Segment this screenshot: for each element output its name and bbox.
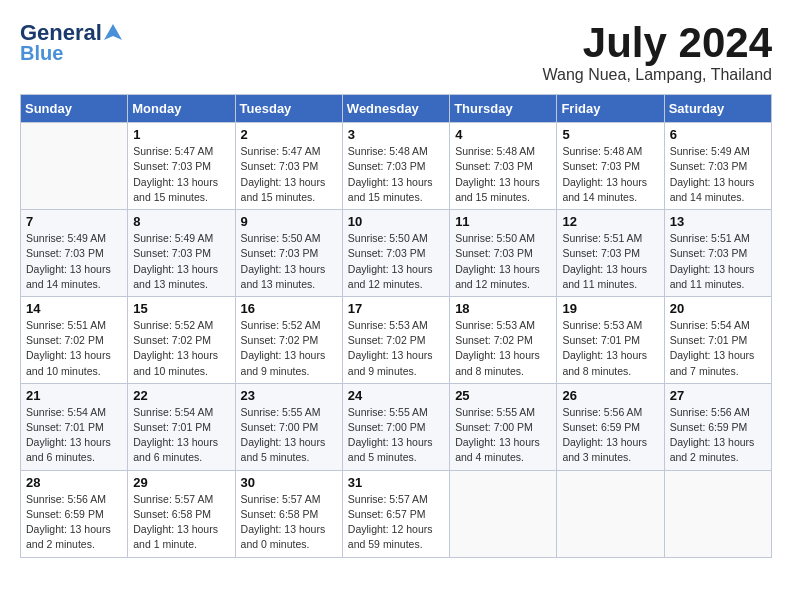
calendar-day-cell: 19Sunrise: 5:53 AM Sunset: 7:01 PM Dayli…: [557, 296, 664, 383]
calendar-day-cell: 30Sunrise: 5:57 AM Sunset: 6:58 PM Dayli…: [235, 470, 342, 557]
day-info: Sunrise: 5:57 AM Sunset: 6:57 PM Dayligh…: [348, 492, 444, 553]
day-info: Sunrise: 5:48 AM Sunset: 7:03 PM Dayligh…: [455, 144, 551, 205]
calendar-day-cell: 29Sunrise: 5:57 AM Sunset: 6:58 PM Dayli…: [128, 470, 235, 557]
day-info: Sunrise: 5:57 AM Sunset: 6:58 PM Dayligh…: [133, 492, 229, 553]
day-number: 27: [670, 388, 766, 403]
day-number: 16: [241, 301, 337, 316]
day-number: 21: [26, 388, 122, 403]
calendar-day-cell: 16Sunrise: 5:52 AM Sunset: 7:02 PM Dayli…: [235, 296, 342, 383]
day-info: Sunrise: 5:53 AM Sunset: 7:02 PM Dayligh…: [348, 318, 444, 379]
day-number: 15: [133, 301, 229, 316]
day-info: Sunrise: 5:56 AM Sunset: 6:59 PM Dayligh…: [26, 492, 122, 553]
logo-bird-icon: [104, 22, 122, 44]
day-number: 13: [670, 214, 766, 229]
day-info: Sunrise: 5:56 AM Sunset: 6:59 PM Dayligh…: [670, 405, 766, 466]
day-info: Sunrise: 5:50 AM Sunset: 7:03 PM Dayligh…: [455, 231, 551, 292]
calendar-week-row: 7Sunrise: 5:49 AM Sunset: 7:03 PM Daylig…: [21, 210, 772, 297]
calendar-day-cell: 28Sunrise: 5:56 AM Sunset: 6:59 PM Dayli…: [21, 470, 128, 557]
calendar-day-cell: 9Sunrise: 5:50 AM Sunset: 7:03 PM Daylig…: [235, 210, 342, 297]
day-info: Sunrise: 5:51 AM Sunset: 7:03 PM Dayligh…: [670, 231, 766, 292]
day-number: 29: [133, 475, 229, 490]
day-number: 19: [562, 301, 658, 316]
day-number: 7: [26, 214, 122, 229]
calendar-day-cell: [450, 470, 557, 557]
day-number: 10: [348, 214, 444, 229]
day-number: 11: [455, 214, 551, 229]
calendar-day-cell: 22Sunrise: 5:54 AM Sunset: 7:01 PM Dayli…: [128, 383, 235, 470]
day-number: 20: [670, 301, 766, 316]
day-info: Sunrise: 5:54 AM Sunset: 7:01 PM Dayligh…: [670, 318, 766, 379]
day-number: 5: [562, 127, 658, 142]
day-info: Sunrise: 5:49 AM Sunset: 7:03 PM Dayligh…: [26, 231, 122, 292]
day-number: 3: [348, 127, 444, 142]
day-number: 12: [562, 214, 658, 229]
calendar-day-cell: 14Sunrise: 5:51 AM Sunset: 7:02 PM Dayli…: [21, 296, 128, 383]
day-number: 30: [241, 475, 337, 490]
calendar-day-header: Tuesday: [235, 95, 342, 123]
calendar-week-row: 21Sunrise: 5:54 AM Sunset: 7:01 PM Dayli…: [21, 383, 772, 470]
day-number: 17: [348, 301, 444, 316]
day-info: Sunrise: 5:54 AM Sunset: 7:01 PM Dayligh…: [133, 405, 229, 466]
day-info: Sunrise: 5:52 AM Sunset: 7:02 PM Dayligh…: [241, 318, 337, 379]
calendar-day-header: Monday: [128, 95, 235, 123]
calendar-day-cell: [21, 123, 128, 210]
day-info: Sunrise: 5:56 AM Sunset: 6:59 PM Dayligh…: [562, 405, 658, 466]
day-info: Sunrise: 5:49 AM Sunset: 7:03 PM Dayligh…: [670, 144, 766, 205]
calendar-day-header: Thursday: [450, 95, 557, 123]
calendar-day-cell: 5Sunrise: 5:48 AM Sunset: 7:03 PM Daylig…: [557, 123, 664, 210]
calendar-day-cell: 15Sunrise: 5:52 AM Sunset: 7:02 PM Dayli…: [128, 296, 235, 383]
day-number: 28: [26, 475, 122, 490]
calendar-day-cell: 24Sunrise: 5:55 AM Sunset: 7:00 PM Dayli…: [342, 383, 449, 470]
day-number: 18: [455, 301, 551, 316]
day-info: Sunrise: 5:57 AM Sunset: 6:58 PM Dayligh…: [241, 492, 337, 553]
calendar-day-cell: 21Sunrise: 5:54 AM Sunset: 7:01 PM Dayli…: [21, 383, 128, 470]
day-number: 31: [348, 475, 444, 490]
calendar-week-row: 1Sunrise: 5:47 AM Sunset: 7:03 PM Daylig…: [21, 123, 772, 210]
calendar-day-cell: 4Sunrise: 5:48 AM Sunset: 7:03 PM Daylig…: [450, 123, 557, 210]
calendar-header-row: SundayMondayTuesdayWednesdayThursdayFrid…: [21, 95, 772, 123]
day-number: 6: [670, 127, 766, 142]
calendar-day-header: Friday: [557, 95, 664, 123]
calendar-week-row: 14Sunrise: 5:51 AM Sunset: 7:02 PM Dayli…: [21, 296, 772, 383]
logo: General Blue: [20, 20, 122, 65]
day-number: 22: [133, 388, 229, 403]
calendar-day-header: Wednesday: [342, 95, 449, 123]
calendar-day-cell: 25Sunrise: 5:55 AM Sunset: 7:00 PM Dayli…: [450, 383, 557, 470]
calendar-day-cell: 1Sunrise: 5:47 AM Sunset: 7:03 PM Daylig…: [128, 123, 235, 210]
title-area: July 2024 Wang Nuea, Lampang, Thailand: [543, 20, 772, 84]
day-info: Sunrise: 5:51 AM Sunset: 7:03 PM Dayligh…: [562, 231, 658, 292]
calendar-day-cell: 12Sunrise: 5:51 AM Sunset: 7:03 PM Dayli…: [557, 210, 664, 297]
day-number: 1: [133, 127, 229, 142]
calendar-day-cell: 10Sunrise: 5:50 AM Sunset: 7:03 PM Dayli…: [342, 210, 449, 297]
logo-blue-text: Blue: [20, 42, 63, 65]
calendar-day-cell: 20Sunrise: 5:54 AM Sunset: 7:01 PM Dayli…: [664, 296, 771, 383]
calendar-day-cell: 18Sunrise: 5:53 AM Sunset: 7:02 PM Dayli…: [450, 296, 557, 383]
page-header: General Blue July 2024 Wang Nuea, Lampan…: [20, 20, 772, 84]
day-info: Sunrise: 5:53 AM Sunset: 7:01 PM Dayligh…: [562, 318, 658, 379]
calendar-day-cell: 7Sunrise: 5:49 AM Sunset: 7:03 PM Daylig…: [21, 210, 128, 297]
day-number: 25: [455, 388, 551, 403]
calendar-day-cell: 11Sunrise: 5:50 AM Sunset: 7:03 PM Dayli…: [450, 210, 557, 297]
day-info: Sunrise: 5:50 AM Sunset: 7:03 PM Dayligh…: [348, 231, 444, 292]
location-subtitle: Wang Nuea, Lampang, Thailand: [543, 66, 772, 84]
day-info: Sunrise: 5:51 AM Sunset: 7:02 PM Dayligh…: [26, 318, 122, 379]
day-number: 26: [562, 388, 658, 403]
day-info: Sunrise: 5:48 AM Sunset: 7:03 PM Dayligh…: [348, 144, 444, 205]
day-info: Sunrise: 5:54 AM Sunset: 7:01 PM Dayligh…: [26, 405, 122, 466]
day-info: Sunrise: 5:48 AM Sunset: 7:03 PM Dayligh…: [562, 144, 658, 205]
day-number: 9: [241, 214, 337, 229]
day-number: 24: [348, 388, 444, 403]
day-info: Sunrise: 5:55 AM Sunset: 7:00 PM Dayligh…: [455, 405, 551, 466]
month-year-title: July 2024: [543, 20, 772, 66]
calendar-week-row: 28Sunrise: 5:56 AM Sunset: 6:59 PM Dayli…: [21, 470, 772, 557]
calendar-day-cell: 6Sunrise: 5:49 AM Sunset: 7:03 PM Daylig…: [664, 123, 771, 210]
day-number: 4: [455, 127, 551, 142]
day-info: Sunrise: 5:53 AM Sunset: 7:02 PM Dayligh…: [455, 318, 551, 379]
calendar-day-cell: 2Sunrise: 5:47 AM Sunset: 7:03 PM Daylig…: [235, 123, 342, 210]
calendar-day-header: Saturday: [664, 95, 771, 123]
day-info: Sunrise: 5:55 AM Sunset: 7:00 PM Dayligh…: [348, 405, 444, 466]
calendar-day-cell: 13Sunrise: 5:51 AM Sunset: 7:03 PM Dayli…: [664, 210, 771, 297]
calendar-day-cell: [664, 470, 771, 557]
calendar-day-cell: 31Sunrise: 5:57 AM Sunset: 6:57 PM Dayli…: [342, 470, 449, 557]
day-info: Sunrise: 5:55 AM Sunset: 7:00 PM Dayligh…: [241, 405, 337, 466]
